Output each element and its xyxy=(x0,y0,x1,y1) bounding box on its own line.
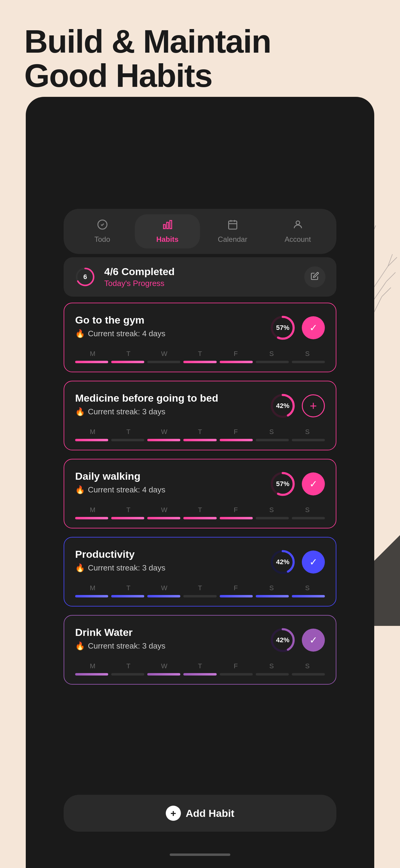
flame-icon-walking: 🔥 xyxy=(75,485,85,495)
day-label: W xyxy=(147,428,181,436)
day-bar xyxy=(220,673,253,676)
flame-icon-medicine: 🔥 xyxy=(75,407,85,416)
donut-label-productivity: 42% xyxy=(276,558,289,566)
day-label: T xyxy=(111,584,146,592)
day-label: S xyxy=(290,350,325,358)
day-bar xyxy=(75,517,108,519)
day-bar xyxy=(256,673,289,676)
check-button-gym[interactable]: ✓ xyxy=(302,316,325,339)
phone-container: Todo Habits Calendar xyxy=(26,97,374,868)
habit-title-medicine: Medicine before going to bed xyxy=(75,392,218,404)
day-label: T xyxy=(182,584,217,592)
check-button-water[interactable]: ✓ xyxy=(302,629,325,652)
check-button-productivity[interactable]: ✓ xyxy=(302,551,325,574)
nav-item-calendar[interactable]: Calendar xyxy=(200,214,265,248)
day-bar xyxy=(75,361,108,363)
add-habit-label: Add Habit xyxy=(186,807,234,819)
nav-item-account[interactable]: Account xyxy=(265,214,330,248)
calendar-icon xyxy=(227,219,238,233)
day-bar xyxy=(183,673,217,676)
day-bar xyxy=(292,361,325,363)
headline: Build & Maintain Good Habits xyxy=(24,24,271,93)
day-bar xyxy=(256,361,289,363)
account-icon xyxy=(292,219,303,233)
nav-item-habits[interactable]: Habits xyxy=(135,214,200,248)
day-bar xyxy=(111,673,144,676)
svg-rect-25 xyxy=(163,224,165,229)
donut-label-medicine: 42% xyxy=(276,402,289,410)
day-label: T xyxy=(182,506,217,514)
day-bar xyxy=(292,673,325,676)
donut-water: 42% xyxy=(269,626,296,654)
check-button-walking[interactable]: ✓ xyxy=(302,472,325,495)
day-label: M xyxy=(75,506,110,514)
day-label: S xyxy=(290,428,325,436)
day-bar xyxy=(75,439,108,441)
donut-medicine: 42% xyxy=(269,392,296,420)
headline-line1: Build & Maintain xyxy=(24,24,271,58)
day-bar xyxy=(111,595,144,597)
day-label: F xyxy=(218,506,253,514)
habit-card-productivity: Productivity 🔥 Current streak: 3 days 42… xyxy=(64,537,336,607)
edit-button[interactable] xyxy=(304,266,325,287)
day-tracker-medicine: M T W T F S S xyxy=(75,428,325,441)
headline-line2: Good Habits xyxy=(24,58,271,93)
svg-line-13 xyxy=(387,272,396,281)
habit-title-walking: Daily walking xyxy=(75,470,166,482)
day-label: W xyxy=(147,662,181,670)
day-bar xyxy=(147,361,180,363)
day-label: T xyxy=(111,506,146,514)
day-bar xyxy=(220,517,253,519)
donut-productivity: 42% xyxy=(269,549,296,576)
day-label: T xyxy=(182,350,217,358)
svg-point-32 xyxy=(296,221,300,224)
svg-rect-27 xyxy=(170,221,172,229)
day-label: F xyxy=(218,350,253,358)
habit-title-water: Drink Water xyxy=(75,626,166,638)
day-bar xyxy=(147,595,180,597)
day-label: S xyxy=(254,584,289,592)
habit-info-medicine: Medicine before going to bed 🔥 Current s… xyxy=(75,392,218,416)
day-label: S xyxy=(254,506,289,514)
nav-item-todo[interactable]: Todo xyxy=(70,214,135,248)
progress-subtitle: Today's Progress xyxy=(104,279,175,288)
day-tracker-walking: M T W T F S S xyxy=(75,506,325,519)
day-bar xyxy=(220,361,253,363)
day-label: M xyxy=(75,584,110,592)
day-bar xyxy=(256,517,289,519)
day-bar xyxy=(183,361,217,363)
day-bar xyxy=(183,517,217,519)
day-label: T xyxy=(182,428,217,436)
day-tracker-water: M T W T F S S xyxy=(75,662,325,676)
add-habit-button[interactable]: + Add Habit xyxy=(64,795,336,832)
day-label: S xyxy=(254,662,289,670)
add-button-medicine[interactable]: + xyxy=(302,394,325,417)
svg-line-16 xyxy=(388,257,397,266)
day-bar xyxy=(111,439,144,441)
habit-info-water: Drink Water 🔥 Current streak: 3 days xyxy=(75,626,166,651)
habit-card-medicine: Medicine before going to bed 🔥 Current s… xyxy=(64,381,336,451)
day-label: T xyxy=(182,662,217,670)
flame-icon-water: 🔥 xyxy=(75,641,85,651)
progress-header: 6 4/6 Completed Today's Progress xyxy=(64,257,336,297)
day-bar xyxy=(111,361,144,363)
svg-line-10 xyxy=(382,287,391,297)
habit-streak-water: Current streak: 3 days xyxy=(88,641,166,651)
day-bar xyxy=(183,595,217,597)
habits-icon xyxy=(162,219,173,233)
habit-title-productivity: Productivity xyxy=(75,549,166,560)
day-bar xyxy=(147,517,180,519)
home-indicator xyxy=(170,854,230,856)
svg-rect-26 xyxy=(167,222,169,229)
habit-card-water: Drink Water 🔥 Current streak: 3 days 42% xyxy=(64,615,336,685)
progress-number: 6 xyxy=(83,273,87,281)
edit-icon xyxy=(311,272,319,282)
day-label: F xyxy=(218,584,253,592)
day-bar xyxy=(75,673,108,676)
day-tracker-productivity: M T W T F S S xyxy=(75,584,325,597)
day-bar xyxy=(220,595,253,597)
flame-icon-gym: 🔥 xyxy=(75,329,85,338)
day-tracker-gym: M T W T F S S xyxy=(75,350,325,363)
day-bar xyxy=(75,595,108,597)
progress-circle: 6 xyxy=(75,266,96,287)
